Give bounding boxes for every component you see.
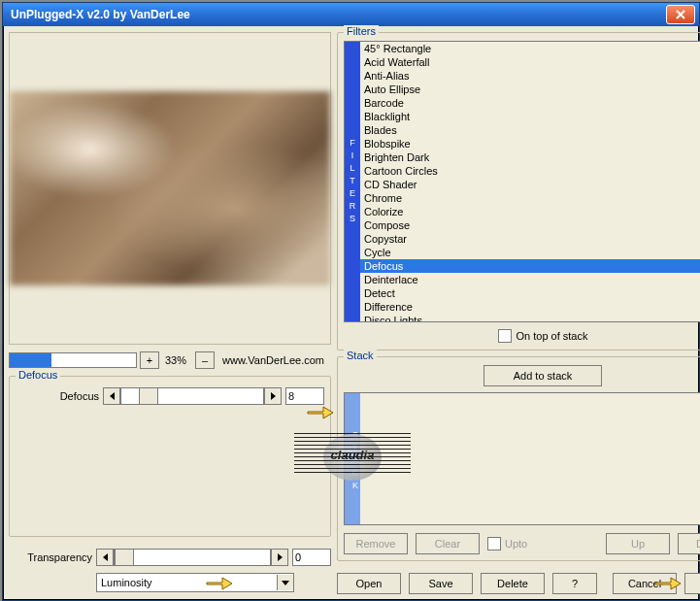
filters-list[interactable]: 45° RectangleAcid WaterfallAnti-AliasAut… xyxy=(360,42,700,321)
up-label: Up xyxy=(631,538,645,550)
transparency-dec-button[interactable] xyxy=(96,549,114,566)
zoom-bar-fill xyxy=(10,353,51,367)
transparency-label: Transparency xyxy=(9,551,96,563)
filter-item[interactable]: Difference xyxy=(360,300,700,314)
ontop-checkbox[interactable] xyxy=(498,329,512,343)
triangle-down-icon xyxy=(282,581,289,585)
preview-image xyxy=(10,91,330,285)
cancel-button[interactable]: Cancel xyxy=(613,573,677,594)
save-label: Save xyxy=(428,578,452,589)
preview-panel xyxy=(9,32,331,345)
ok-button[interactable]: OK xyxy=(684,573,700,594)
defocus-group: Defocus Defocus 8 xyxy=(9,376,331,537)
filter-item[interactable]: 45° Rectangle xyxy=(360,42,700,55)
blend-mode-value: Luminosity xyxy=(97,577,277,588)
ontop-label: On top of stack xyxy=(517,330,588,342)
upto-checkbox[interactable] xyxy=(487,537,501,551)
up-button[interactable]: Up xyxy=(606,533,670,554)
zoom-out-button[interactable]: – xyxy=(195,351,215,369)
filters-group: Filters FILTERS 45° RectangleAcid Waterf… xyxy=(337,32,700,351)
save-button[interactable]: Save xyxy=(409,573,473,594)
defocus-dec-button[interactable] xyxy=(103,387,120,405)
filter-item[interactable]: Acid Waterfall xyxy=(360,55,700,69)
filter-item[interactable]: Barcode xyxy=(360,96,700,110)
open-button[interactable]: Open xyxy=(337,573,401,594)
add-to-stack-button[interactable]: Add to stack xyxy=(483,365,602,386)
title-bar: UnPlugged-X v2.0 by VanDerLee xyxy=(3,3,699,26)
transparency-inc-button[interactable] xyxy=(271,549,288,566)
minus-icon: – xyxy=(202,354,208,366)
window-title: UnPlugged-X v2.0 by VanDerLee xyxy=(11,8,190,21)
defocus-inc-button[interactable] xyxy=(264,387,282,405)
app-window: UnPlugged-X v2.0 by VanDerLee + 33% – ww… xyxy=(2,2,700,601)
remove-button[interactable]: Remove xyxy=(344,533,408,554)
filter-item[interactable]: Anti-Alias xyxy=(360,69,700,83)
filter-item[interactable]: Deinterlace xyxy=(360,273,700,286)
filter-item[interactable]: Cycle xyxy=(360,246,700,259)
vendor-link[interactable]: www.VanDerLee.com xyxy=(222,354,324,366)
filter-item[interactable]: CD Shader xyxy=(360,178,700,191)
defocus-legend: Defocus xyxy=(16,369,60,381)
clear-button[interactable]: Clear xyxy=(416,533,480,554)
close-icon xyxy=(676,10,685,19)
triangle-left-icon xyxy=(103,553,108,561)
combo-arrow[interactable] xyxy=(277,575,293,590)
filter-item[interactable]: Blades xyxy=(360,123,700,137)
triangle-right-icon xyxy=(271,392,276,400)
delete-button[interactable]: Delete xyxy=(481,573,545,594)
down-button[interactable]: Down xyxy=(678,533,700,554)
plus-icon: + xyxy=(147,354,152,366)
transparency-slider[interactable] xyxy=(114,549,271,566)
defocus-label: Defocus xyxy=(16,390,103,402)
filter-item[interactable]: Disco Lights xyxy=(360,314,700,321)
filter-item[interactable]: Compose xyxy=(360,218,700,232)
filter-item[interactable]: Brighten Dark xyxy=(360,150,700,164)
down-label: Down xyxy=(696,538,700,550)
zoom-in-button[interactable]: + xyxy=(140,351,159,369)
filter-item[interactable]: Blobspike xyxy=(360,137,700,150)
upto-checkbox-group: Upto xyxy=(487,537,527,551)
filter-item[interactable]: Auto Ellipse xyxy=(360,83,700,96)
upto-label: Upto xyxy=(505,538,527,550)
defocus-thumb[interactable] xyxy=(139,387,158,405)
filters-strip: FILTERS xyxy=(345,42,360,321)
filter-item[interactable]: Copystar xyxy=(360,232,700,246)
stack-list[interactable]: STACK xyxy=(344,392,700,525)
filter-item[interactable]: Blacklight xyxy=(360,110,700,123)
add-to-stack-label: Add to stack xyxy=(514,370,573,382)
triangle-right-icon xyxy=(278,553,283,561)
delete-label: Delete xyxy=(497,578,528,589)
cancel-label: Cancel xyxy=(628,578,661,589)
remove-label: Remove xyxy=(356,538,396,550)
filter-item[interactable]: Defocus xyxy=(360,259,700,273)
help-button[interactable]: ? xyxy=(552,573,597,594)
zoom-percent: 33% xyxy=(165,354,186,366)
filter-item[interactable]: Chrome xyxy=(360,191,700,205)
filter-item[interactable]: Detect xyxy=(360,286,700,300)
defocus-value[interactable]: 8 xyxy=(285,387,324,405)
filter-item[interactable]: Cartoon Circles xyxy=(360,164,700,178)
stack-strip: STACK xyxy=(345,393,360,524)
zoom-bar[interactable] xyxy=(9,352,137,368)
transparency-value[interactable]: 0 xyxy=(292,549,331,566)
open-label: Open xyxy=(356,578,383,589)
stack-group: Stack Add to stack STACK Remove Clear Up… xyxy=(337,356,700,561)
help-label: ? xyxy=(572,578,578,589)
filter-item[interactable]: Colorize xyxy=(360,205,700,218)
window-close-button[interactable] xyxy=(666,5,695,24)
filters-legend: Filters xyxy=(344,25,379,37)
defocus-slider[interactable] xyxy=(120,387,264,405)
clear-label: Clear xyxy=(435,538,460,550)
triangle-left-icon xyxy=(110,392,115,400)
transparency-thumb[interactable] xyxy=(115,549,134,566)
stack-legend: Stack xyxy=(344,350,377,361)
blend-mode-combo[interactable]: Luminosity xyxy=(96,573,294,592)
